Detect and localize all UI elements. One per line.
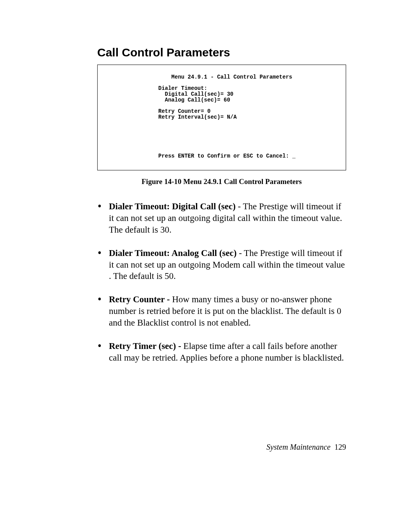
terminal-prompt: Press ENTER to Confirm or ESC to Cancel:…	[158, 153, 296, 159]
bullet-bold: Retry Timer (sec) -	[109, 341, 184, 351]
terminal-text: Menu 24.9.1 - Call Control Parameters Di…	[158, 74, 292, 120]
bullet-bold: Dialer Timeout: Digital Call (sec)	[109, 202, 236, 211]
bullet-item-analog-timeout: Dialer Timeout: Analog Call (sec) - The …	[97, 247, 346, 282]
terminal-line-retry-interval: Retry Interval(sec)= N/A	[158, 114, 237, 120]
footer-section-label: System Maintenance	[266, 443, 331, 451]
bullet-item-retry-counter: Retry Counter - How many times a busy or…	[97, 294, 346, 329]
bullet-bold: Dialer Timeout: Analog Call (sec)	[109, 248, 236, 258]
bullet-item-digital-timeout: Dialer Timeout: Digital Call (sec) - The…	[97, 201, 346, 236]
bullet-item-retry-timer: Retry Timer (sec) - Elapse time after a …	[97, 340, 346, 364]
footer-page-number: 129	[334, 443, 346, 451]
section-title: Call Control Parameters	[97, 46, 346, 59]
terminal-title: Menu 24.9.1 - Call Control Parameters	[158, 74, 292, 80]
document-page: Call Control Parameters Menu 24.9.1 - Ca…	[0, 0, 420, 510]
bullet-bold: Retry Counter -	[109, 294, 172, 304]
figure-caption: Figure 14-10 Menu 24.9.1 Call Control Pa…	[97, 177, 346, 186]
terminal-line-dialer-timeout: Dialer Timeout:	[158, 85, 207, 91]
bullet-list: Dialer Timeout: Digital Call (sec) - The…	[97, 201, 346, 364]
page-footer: System Maintenance 129	[266, 443, 346, 452]
terminal-line-analog-call: Analog Call(sec)= 60	[158, 97, 230, 103]
terminal-line-digital-call: Digital Call(sec)= 30	[158, 91, 233, 97]
terminal-screenshot: Menu 24.9.1 - Call Control Parameters Di…	[97, 65, 346, 170]
terminal-line-retry-counter: Retry Counter= 0	[158, 108, 210, 114]
